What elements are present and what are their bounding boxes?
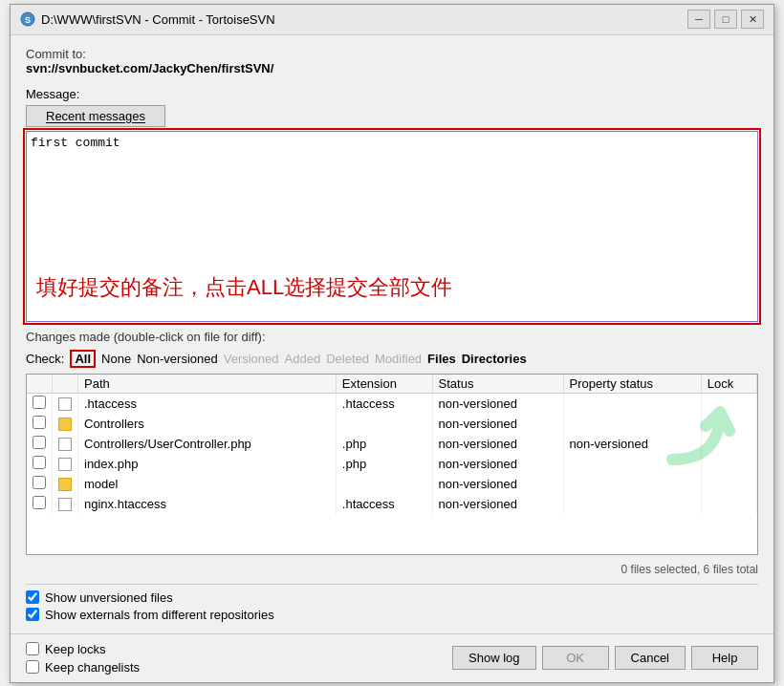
row-lock <box>701 414 756 434</box>
folder-icon <box>58 478 72 491</box>
row-icon-cell <box>53 454 78 474</box>
row-checkbox-cell <box>27 474 53 494</box>
maximize-button[interactable]: □ <box>714 10 737 29</box>
row-icon-cell <box>53 434 78 454</box>
table-row[interactable]: index.php.phpnon-versioned <box>27 454 757 474</box>
ok-button[interactable]: OK <box>542 646 609 670</box>
status-text: 0 files selected, 6 files total <box>621 563 758 576</box>
file-icon <box>58 397 72 411</box>
keep-locks-label: Keep locks <box>45 642 106 656</box>
row-property-status <box>563 474 701 494</box>
window-title: D:\WWW\firstSVN - Commit - TortoiseSVN <box>41 12 275 27</box>
file-checkbox[interactable] <box>33 396 46 409</box>
cancel-button[interactable]: Cancel <box>615 646 686 670</box>
check-modified[interactable]: Modified <box>375 352 422 366</box>
bottom-bar: Keep locks Keep changelists Show log OK … <box>11 633 773 682</box>
titlebar-controls: ─ □ ✕ <box>687 10 764 29</box>
col-path: Path <box>78 375 337 394</box>
check-none[interactable]: None <box>101 352 131 366</box>
keep-locks-option: Keep locks <box>26 642 140 656</box>
show-log-button[interactable]: Show log <box>452 646 535 670</box>
commit-to-label: Commit to: <box>26 47 758 61</box>
row-lock <box>701 474 756 494</box>
show-unversioned-label: Show unversioned files <box>45 590 173 605</box>
svg-text:S: S <box>25 15 31 25</box>
file-checkbox[interactable] <box>33 476 46 489</box>
show-externals-label: Show externals from different repositori… <box>45 608 274 622</box>
row-checkbox-cell <box>27 414 53 434</box>
row-extension <box>336 474 432 494</box>
table-row[interactable]: modelnon-versioned <box>27 474 757 494</box>
check-deleted[interactable]: Deleted <box>326 352 369 366</box>
main-window: S D:\WWW\firstSVN - Commit - TortoiseSVN… <box>10 4 774 683</box>
message-label: Message: <box>26 87 758 101</box>
row-path: .htaccess <box>78 393 337 414</box>
show-externals-checkbox[interactable] <box>26 608 39 621</box>
row-status: non-versioned <box>432 393 563 414</box>
file-icon <box>58 498 72 511</box>
minimize-button[interactable]: ─ <box>687 10 710 29</box>
col-property-status: Property status <box>563 375 701 394</box>
col-lock: Lock <box>701 375 756 394</box>
check-directories[interactable]: Directories <box>462 352 527 366</box>
check-added[interactable]: Added <box>285 352 321 366</box>
options-section: Show unversioned files Show externals fr… <box>26 584 758 622</box>
check-non-versioned[interactable]: Non-versioned <box>137 352 218 366</box>
keep-changelists-option: Keep changelists <box>26 660 140 675</box>
file-checkbox[interactable] <box>33 496 46 509</box>
main-content: Commit to: svn://svnbucket.com/JackyChen… <box>11 35 773 633</box>
status-row: 0 files selected, 6 files total <box>26 561 758 576</box>
keep-changelists-checkbox[interactable] <box>26 660 39 674</box>
table-row[interactable]: Controllersnon-versioned <box>27 414 757 434</box>
row-status: non-versioned <box>432 494 563 514</box>
table-row[interactable]: Controllers/UserController.php.phpnon-ve… <box>27 434 757 454</box>
message-section: Message: Recent messages first commit 填好… <box>26 87 758 322</box>
folder-icon <box>58 418 72 431</box>
file-icon <box>58 458 72 471</box>
row-status: non-versioned <box>432 474 563 494</box>
row-checkbox-cell <box>27 494 53 514</box>
check-versioned[interactable]: Versioned <box>224 352 279 366</box>
check-files[interactable]: Files <box>427 352 456 366</box>
row-status: non-versioned <box>432 434 563 454</box>
titlebar: S D:\WWW\firstSVN - Commit - TortoiseSVN… <box>11 5 773 35</box>
check-all[interactable]: All <box>70 350 96 368</box>
titlebar-left: S D:\WWW\firstSVN - Commit - TortoiseSVN <box>20 11 275 27</box>
col-checkbox <box>27 375 53 394</box>
row-status: non-versioned <box>432 454 563 474</box>
row-path: index.php <box>78 454 337 474</box>
row-icon-cell <box>53 474 78 494</box>
changes-section: Changes made (double-click on file for d… <box>26 330 758 576</box>
files-table-wrapper[interactable]: Path Extension Status Property status Lo… <box>26 374 758 555</box>
changes-label: Changes made (double-click on file for d… <box>26 330 758 344</box>
recent-messages-button[interactable]: Recent messages <box>26 105 165 127</box>
row-property-status <box>563 454 701 474</box>
row-lock <box>701 454 756 474</box>
files-table: Path Extension Status Property status Lo… <box>27 375 757 514</box>
file-checkbox[interactable] <box>33 436 46 449</box>
row-path: Controllers <box>78 414 337 434</box>
file-checkbox[interactable] <box>33 456 46 469</box>
app-icon: S <box>20 11 35 27</box>
close-button[interactable]: ✕ <box>741 10 764 29</box>
commit-to-url: svn://svnbucket.com/JackyChen/firstSVN/ <box>26 61 758 75</box>
col-path-icon <box>53 375 78 394</box>
keep-changelists-label: Keep changelists <box>45 660 140 675</box>
message-textarea[interactable]: first commit <box>31 136 753 317</box>
show-unversioned-checkbox[interactable] <box>26 590 39 604</box>
row-path: Controllers/UserController.php <box>78 434 337 454</box>
check-row: Check: All None Non-versioned Versioned … <box>26 350 758 368</box>
table-row[interactable]: nginx.htaccess.htaccessnon-versioned <box>27 494 757 514</box>
files-table-container: Path Extension Status Property status Lo… <box>26 374 758 555</box>
keep-locks-checkbox[interactable] <box>26 642 39 655</box>
row-extension: .php <box>336 434 432 454</box>
file-checkbox[interactable] <box>33 416 46 429</box>
table-row[interactable]: .htaccess.htaccessnon-versioned <box>27 393 757 414</box>
row-icon-cell <box>53 494 78 514</box>
row-icon-cell <box>53 393 78 414</box>
row-checkbox-cell <box>27 454 53 474</box>
help-button[interactable]: Help <box>691 646 758 670</box>
row-extension <box>336 414 432 434</box>
message-textarea-wrapper: first commit 填好提交的备注，点击ALL选择提交全部文件 <box>26 131 758 322</box>
row-checkbox-cell <box>27 434 53 454</box>
